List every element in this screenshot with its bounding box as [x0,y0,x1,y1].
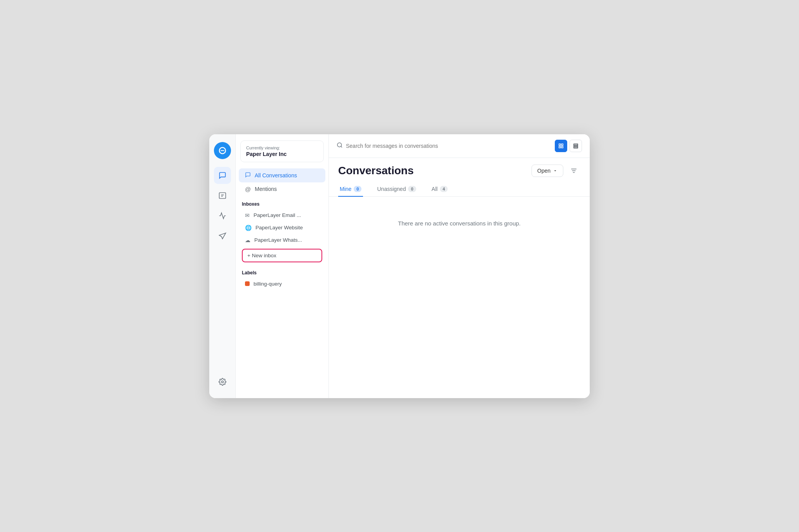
nav-reports[interactable] [214,207,231,224]
current-viewing-name: Paper Layer Inc [246,151,318,157]
svg-rect-9 [559,146,561,148]
inboxes-section-title: Inboxes [236,196,328,209]
header-right: Open [532,164,580,177]
conversations-icon [245,172,251,179]
sidebar: Currently viewing: Paper Layer Inc All C… [236,134,329,398]
nav-settings[interactable] [214,373,231,390]
search-bar [329,134,590,158]
svg-point-2 [222,150,223,151]
search-input[interactable] [346,143,550,149]
nav-campaigns[interactable] [214,227,231,244]
all-conversations-label: All Conversations [255,172,297,178]
nav-contacts[interactable] [214,187,231,204]
svg-rect-8 [561,144,563,145]
search-input-wrap [337,142,550,150]
conversations-header: Conversations Open [329,158,590,177]
svg-rect-10 [561,146,563,148]
tab-all[interactable]: All 4 [430,182,450,197]
tab-mine-label: Mine [340,186,351,192]
website-inbox-icon: 🌐 [245,225,252,231]
empty-state-message: There are no active conversations in thi… [398,220,521,227]
label-item-billing-query[interactable]: billing-query [239,278,325,290]
sidebar-item-mentions[interactable]: @ Mentions [239,182,325,196]
current-viewing-card: Currently viewing: Paper Layer Inc [240,140,324,162]
website-inbox-label: PaperLayer Website [255,225,303,230]
tab-mine-badge: 0 [354,186,361,192]
conversations-title: Conversations [338,165,414,177]
svg-point-6 [337,143,342,147]
svg-point-1 [221,150,222,151]
nav-conversations[interactable] [214,167,231,184]
tab-all-badge: 4 [440,186,448,192]
new-inbox-button[interactable]: + New inbox [242,249,322,262]
status-dropdown-label: Open [537,168,551,174]
main-content: Conversations Open [329,134,590,398]
whatsapp-inbox-icon: ☁ [245,237,250,243]
svg-rect-13 [574,147,578,148]
billing-query-dot [245,281,250,286]
search-icon [337,142,343,150]
view-toggle-grid-button[interactable] [555,140,567,152]
tab-unassigned-label: Unassigned [377,186,406,192]
tab-unassigned[interactable]: Unassigned 0 [375,182,417,197]
view-toggle-list-button[interactable] [570,140,582,152]
email-inbox-icon: ✉ [245,212,250,218]
inbox-item-website[interactable]: 🌐 PaperLayer Website [239,222,325,234]
nav-rail [209,134,236,398]
svg-rect-12 [574,145,578,146]
svg-point-3 [223,150,224,151]
tabs-bar: Mine 0 Unassigned 0 All 4 [329,182,590,197]
labels-section-title: Labels [236,265,328,278]
empty-state: There are no active conversations in thi… [329,197,590,398]
whatsapp-inbox-label: PaperLayer Whats... [254,237,302,243]
tab-unassigned-badge: 0 [408,186,416,192]
svg-point-5 [221,381,223,383]
mentions-label: Mentions [255,186,277,192]
mentions-icon: @ [245,186,251,192]
email-inbox-label: PaperLayer Email ... [254,212,301,218]
inbox-item-email[interactable]: ✉ PaperLayer Email ... [239,209,325,222]
inbox-item-whatsapp[interactable]: ☁ PaperLayer Whats... [239,234,325,246]
tab-mine[interactable]: Mine 0 [338,182,363,197]
sidebar-item-all-conversations[interactable]: All Conversations [239,168,325,182]
svg-rect-11 [574,144,578,145]
filter-button[interactable] [567,164,580,177]
tab-all-label: All [432,186,438,192]
svg-rect-4 [219,192,226,198]
app-logo[interactable] [214,142,231,159]
app-window: Currently viewing: Paper Layer Inc All C… [209,134,590,398]
toolbar-icons [555,140,582,152]
status-dropdown[interactable]: Open [532,165,563,177]
svg-rect-7 [559,144,561,145]
current-viewing-label: Currently viewing: [246,146,318,150]
billing-query-label: billing-query [254,281,282,287]
